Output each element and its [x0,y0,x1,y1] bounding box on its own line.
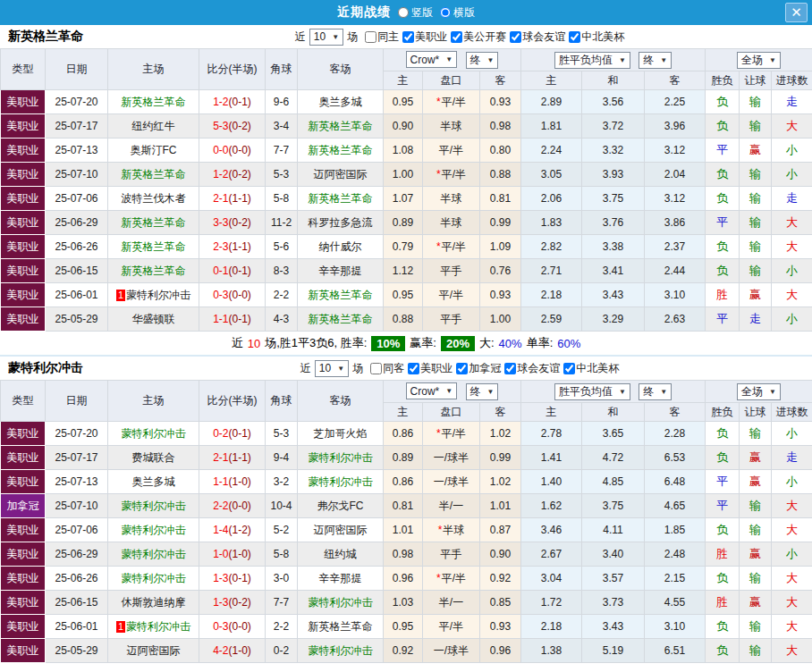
cell-away-team: 新英格兰革命 [298,283,384,307]
avg-time-select[interactable]: 终▼ [639,383,672,400]
cell-avg-home-odds: 3.05 [521,163,582,187]
filter-checkbox[interactable] [408,363,419,374]
league-type-label: 加拿冠 [7,500,39,512]
sub-header-avg-draw: 和 [582,403,645,422]
cell-away-team: 蒙特利尔冲击 [298,591,384,615]
filter-checkbox[interactable] [365,31,376,43]
avg-odds-select[interactable]: 胜平负均值▼ [554,52,630,69]
filter-option[interactable]: 中北美杯 [565,29,624,45]
horizontal-radio[interactable] [440,7,451,18]
cell-date: 25-07-17 [46,114,108,139]
filter-checkbox[interactable] [456,363,468,374]
filter-label: 美职业 [415,29,447,45]
filter-option[interactable]: 加拿冠 [453,361,501,376]
halftime-score: (1-0) [229,548,251,560]
close-icon[interactable]: ✕ [785,3,808,22]
cell-home-team: 1蒙特利尔冲击 [108,283,199,307]
cell-score: 0-3(0-0) [199,615,266,639]
league-type-label: 美职业 [7,192,39,205]
odds-company-select[interactable]: Crow*▼ [406,382,458,399]
cell-crow-away-odds: 0.80 [480,139,521,163]
odds-time-select[interactable]: 终▼ [466,383,499,400]
cell-crow-away-odds: 0.92 [480,567,521,591]
filter-checkbox[interactable] [504,363,516,374]
cell-avg-home-odds: 2.24 [521,139,582,163]
sub-header-crow-away: 客 [480,71,521,90]
cell-goals-result: 大 [772,518,812,542]
fulltime-score: 2-1 [213,451,228,464]
filter-option[interactable]: 同客 [367,361,404,376]
filter-option[interactable]: 中北美杯 [560,361,619,376]
cell-away-team: 迈阿密国际 [298,518,384,542]
league-type-label: 美职业 [7,120,39,132]
cell-handicap-result: 输 [740,518,772,542]
cell-wdl-result: 负 [706,567,740,591]
cell-avg-home-odds: 1.83 [521,211,582,235]
match-count-select[interactable]: 10 ▼ [309,29,343,46]
cell-handicap-result: 输 [740,494,772,518]
filter-checkbox[interactable] [563,363,575,374]
cell-league-type: 加拿冠 [1,494,46,518]
cell-corners: 11-2 [266,211,298,235]
filter-option[interactable]: 美职业 [399,29,447,45]
layout-option-vertical[interactable]: 竖版 [398,5,433,21]
cell-corners: 3-0 [266,567,298,591]
cell-away-team: 新英格兰革命 [298,114,384,139]
single-rate-label: 单率: [527,335,554,351]
cell-avg-away-odds: 6.48 [645,470,706,494]
filter-option[interactable]: 球会友谊 [506,29,565,45]
cell-score: 1-1(0-1) [199,307,266,332]
cell-away-team: 蒙特利尔冲击 [298,446,384,470]
cell-score: 1-4(1-2) [199,518,266,542]
filter-checkbox[interactable] [451,31,462,43]
cell-avg-home-odds: 2.67 [521,542,582,567]
vertical-radio[interactable] [398,7,409,18]
odds-company-select[interactable]: Crow*▼ [406,51,458,68]
titlebar: 近期战绩 竖版 横版 ✕ [0,0,812,25]
cell-league-type: 美职业 [1,139,46,163]
avg-odds-select[interactable]: 胜平负均值▼ [554,383,630,400]
filter-checkbox[interactable] [370,363,382,374]
period-select[interactable]: 全场▼ [737,52,781,69]
cell-avg-away-odds: 3.12 [645,187,706,211]
league-type-label: 美职业 [7,216,39,229]
filter-option[interactable]: 同主 [361,29,399,45]
sub-header-goals: 进球数 [772,403,812,422]
period-select[interactable]: 全场▼ [737,383,781,400]
fulltime-score: 3-3 [213,216,228,229]
period-value: 全场 [741,384,763,399]
cell-date: 25-06-26 [46,235,108,259]
cell-home-team: 新英格兰革命 [108,163,199,187]
filter-option[interactable]: 美职业 [404,361,453,376]
odds-time-select[interactable]: 终▼ [466,52,499,69]
cell-goals-result: 大 [772,235,812,259]
cell-avg-away-odds: 4.55 [645,591,706,615]
filter-option[interactable]: 美公开赛 [447,29,506,45]
handicap-star: * [438,524,443,536]
cell-goals-result: 走 [772,90,812,114]
cell-goals-result: 小 [772,139,812,163]
match-count-value: 10 [319,362,331,374]
cell-handicap-result: 输 [740,187,772,211]
avg-time-select[interactable]: 终▼ [639,52,672,69]
popup-title: 近期战绩 [337,4,391,21]
results-table-2: 类型 日期 主场 比分(半场) 角球 客场 Crow*▼ 终▼ 胜平负均值▼ 终… [0,380,812,663]
cell-avg-away-odds: 2.28 [645,422,706,446]
match-count-select[interactable]: 10 ▼ [315,360,349,377]
cell-crow-away-odds: 0.81 [480,187,521,211]
fulltime-score: 2-1 [213,192,228,205]
cell-date: 25-06-15 [46,591,108,615]
league-type-label: 美职业 [7,427,39,440]
handicap-label: 平手 [441,265,462,277]
filter-checkbox[interactable] [402,31,414,43]
filter-checkbox[interactable] [569,31,580,43]
cell-crow-away-odds: 0.87 [480,518,521,542]
cell-league-type: 美职业 [1,283,46,307]
layout-option-horizontal[interactable]: 横版 [440,5,475,21]
col-header-home: 主场 [108,381,199,422]
fulltime-score: 1-3 [213,596,228,609]
filter-option[interactable]: 球会友谊 [501,361,560,376]
filter-checkbox[interactable] [510,31,521,43]
cell-crow-home-odds: 0.95 [384,283,423,307]
cell-goals-result: 大 [772,211,812,235]
